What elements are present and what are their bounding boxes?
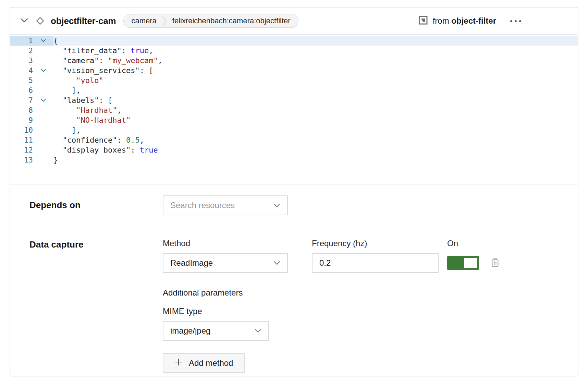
code-line[interactable]: 11 "confidence": 0.5, bbox=[10, 135, 578, 145]
code-line[interactable]: 8 "Hardhat", bbox=[10, 105, 578, 115]
line-number: 12 bbox=[10, 146, 33, 154]
code-editor[interactable]: 1{2 "filter_data": true,3 "camera": "my_… bbox=[10, 34, 578, 184]
code-line[interactable]: 2 "filter_data": true, bbox=[10, 46, 578, 56]
code-line[interactable]: 9 "NO-Hardhat" bbox=[10, 115, 578, 125]
code-text[interactable]: { bbox=[53, 36, 578, 46]
delete-method-button[interactable] bbox=[491, 253, 500, 273]
line-number: 6 bbox=[10, 86, 33, 95]
code-text[interactable]: "vision_services": [ bbox=[53, 65, 578, 75]
data-capture-section: Data capture Method ReadImage Frequency … bbox=[10, 226, 578, 373]
module-name: object-filter bbox=[451, 16, 496, 25]
line-number: 11 bbox=[10, 136, 33, 144]
method-value: ReadImage bbox=[163, 258, 213, 268]
code-text[interactable]: ], bbox=[53, 85, 578, 95]
line-number: 10 bbox=[10, 126, 33, 134]
editor-gutter: 5 bbox=[10, 75, 53, 85]
data-capture-heading: Data capture bbox=[29, 239, 163, 250]
toggle-knob bbox=[464, 258, 477, 268]
code-line[interactable]: 7 "labels": [ bbox=[10, 95, 578, 105]
code-line[interactable]: 4 "vision_services": [ bbox=[10, 65, 578, 75]
code-text[interactable]: "NO-Hardhat" bbox=[53, 115, 578, 125]
additional-parameters-label: Additional parameters bbox=[163, 288, 500, 298]
code-text[interactable]: } bbox=[53, 155, 578, 165]
code-line[interactable]: 5 "yolo" bbox=[10, 75, 578, 85]
chevron-down-icon bbox=[21, 18, 28, 24]
frequency-label: Frequency (hz) bbox=[312, 239, 439, 248]
depends-on-section: Depends on bbox=[10, 184, 578, 226]
code-line[interactable]: 6 ], bbox=[10, 85, 578, 95]
frequency-input[interactable] bbox=[313, 254, 438, 272]
add-method-label: Add method bbox=[189, 358, 233, 368]
code-text[interactable]: "labels": [ bbox=[53, 95, 578, 105]
component-card-header: objectfilter-cam camera felixreichenbach… bbox=[10, 8, 578, 34]
mime-type-label: MIME type bbox=[163, 307, 500, 316]
code-line[interactable]: 1{ bbox=[10, 36, 578, 46]
editor-gutter: 4 bbox=[10, 65, 53, 75]
line-number: 8 bbox=[10, 106, 33, 115]
diamond-icon bbox=[34, 15, 46, 27]
code-line[interactable]: 10 ], bbox=[10, 125, 578, 135]
depends-on-select[interactable] bbox=[163, 195, 288, 215]
mime-type-value: image/jpeg bbox=[163, 326, 210, 336]
capture-on-label: On bbox=[447, 239, 479, 248]
line-number: 2 bbox=[10, 47, 33, 55]
card-menu-button[interactable] bbox=[510, 19, 522, 24]
line-number: 3 bbox=[10, 57, 33, 65]
code-line[interactable]: 3 "camera": "my_webcam", bbox=[10, 56, 578, 65]
editor-gutter: 7 bbox=[10, 95, 53, 105]
search-resources-input[interactable] bbox=[163, 196, 287, 215]
line-number: 4 bbox=[10, 67, 33, 75]
add-method-button[interactable]: Add method bbox=[163, 353, 245, 373]
editor-gutter: 8 bbox=[10, 105, 53, 115]
code-text[interactable]: ], bbox=[53, 125, 578, 135]
code-text[interactable]: "Hardhat", bbox=[53, 105, 578, 115]
editor-gutter: 13 bbox=[10, 155, 53, 165]
trash-icon bbox=[491, 257, 500, 269]
editor-gutter: 9 bbox=[10, 115, 53, 125]
component-title: objectfilter-cam bbox=[51, 16, 116, 26]
editor-gutter: 3 bbox=[10, 56, 53, 65]
editor-gutter: 10 bbox=[10, 125, 53, 135]
component-model-label: felixreichenbach:camera:objectfilter bbox=[172, 16, 291, 25]
code-text[interactable]: "filter_data": true, bbox=[53, 46, 578, 56]
fold-arrow-icon[interactable] bbox=[33, 69, 53, 72]
code-text[interactable]: "yolo" bbox=[53, 75, 578, 85]
editor-gutter: 12 bbox=[10, 145, 53, 155]
component-card: objectfilter-cam camera felixreichenbach… bbox=[10, 7, 578, 376]
editor-gutter: 1 bbox=[10, 36, 53, 46]
chevron-down-icon bbox=[255, 329, 261, 333]
fold-arrow-icon[interactable] bbox=[33, 99, 53, 102]
frequency-field bbox=[312, 253, 439, 273]
module-icon bbox=[418, 15, 428, 26]
data-capture-toggle[interactable] bbox=[447, 256, 479, 270]
line-number: 9 bbox=[10, 116, 33, 124]
editor-gutter: 6 bbox=[10, 85, 53, 95]
method-select[interactable]: ReadImage bbox=[163, 253, 288, 273]
line-number: 5 bbox=[10, 76, 33, 85]
component-type-pill: camera felixreichenbach:camera:objectfil… bbox=[123, 14, 298, 28]
depends-on-heading: Depends on bbox=[29, 200, 163, 211]
method-label: Method bbox=[163, 239, 288, 248]
code-text[interactable]: "camera": "my_webcam", bbox=[53, 56, 578, 65]
collapse-button[interactable] bbox=[21, 18, 28, 24]
chevron-down-icon bbox=[273, 261, 280, 265]
code-text[interactable]: "display_boxes": true bbox=[53, 145, 578, 155]
line-number: 7 bbox=[10, 96, 33, 105]
code-line[interactable]: 13} bbox=[10, 155, 578, 165]
line-number: 1 bbox=[10, 37, 33, 45]
mime-type-select[interactable]: image/jpeg bbox=[163, 321, 269, 341]
code-line[interactable]: 12 "display_boxes": true bbox=[10, 145, 578, 155]
line-number: 13 bbox=[10, 156, 33, 164]
code-text[interactable]: "confidence": 0.5, bbox=[53, 135, 578, 145]
ellipsis-icon bbox=[510, 19, 522, 24]
pill-divider-icon bbox=[162, 15, 167, 26]
fold-arrow-icon[interactable] bbox=[33, 39, 53, 42]
from-module-text: from object-filter bbox=[433, 16, 496, 26]
component-type-label: camera bbox=[131, 16, 156, 25]
chevron-down-icon bbox=[273, 203, 280, 207]
editor-gutter: 2 bbox=[10, 46, 53, 56]
editor-gutter: 11 bbox=[10, 135, 53, 145]
plus-icon bbox=[174, 358, 183, 368]
